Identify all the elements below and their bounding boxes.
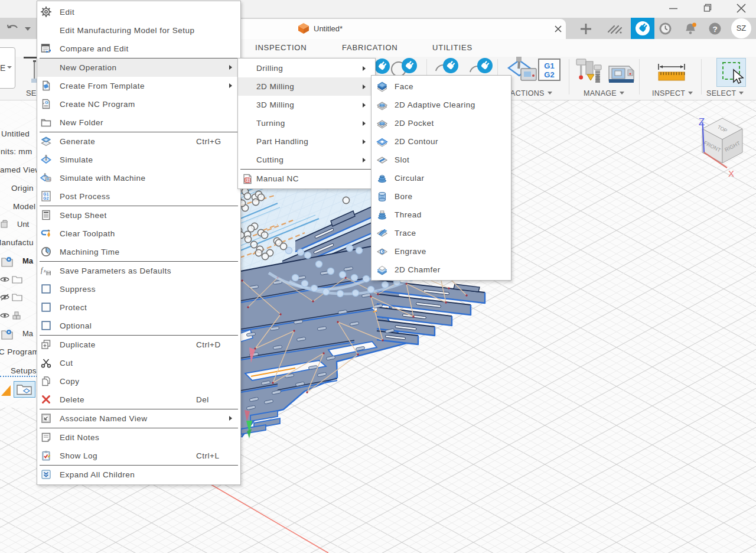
svg-text:G2: G2	[245, 180, 249, 183]
svg-text:G: G	[45, 100, 48, 105]
svg-text:Z: Z	[699, 116, 705, 128]
svg-text:G2: G2	[43, 196, 49, 200]
svg-text:X: X	[728, 168, 734, 178]
svg-text:G1: G1	[43, 192, 49, 196]
svg-text:G1: G1	[544, 61, 554, 70]
svg-text:G2: G2	[544, 70, 554, 79]
svg-text:?: ?	[712, 25, 717, 34]
svg-text:x: x	[43, 268, 46, 274]
